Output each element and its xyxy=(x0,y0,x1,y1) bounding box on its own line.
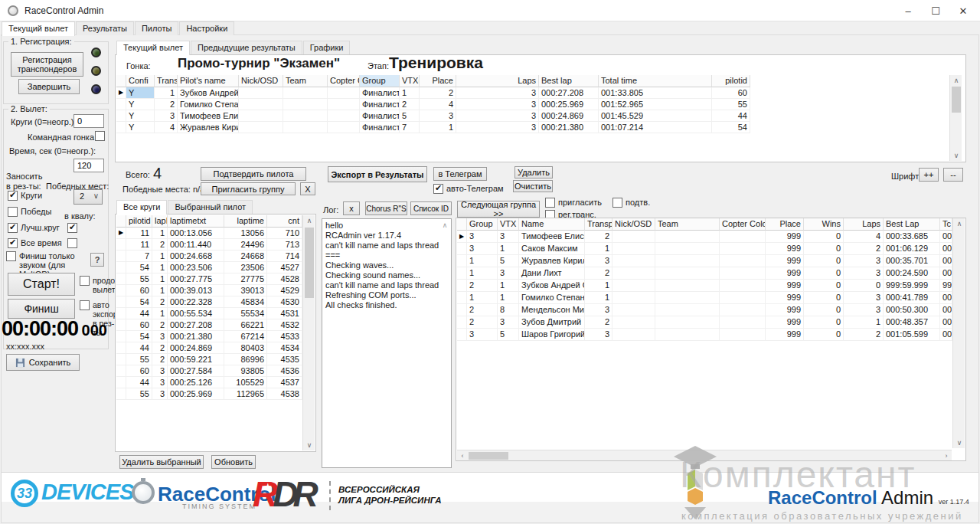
id-list-button[interactable]: Список ID xyxy=(410,201,452,215)
registration-legend: 1. Регистрация: xyxy=(8,37,74,46)
log-line: Checking sound names... xyxy=(325,270,448,280)
table-row[interactable]: ▶Y1Зубков Андрей QvizФиналисты123000:27.… xyxy=(116,87,750,99)
table-row[interactable]: 543000:21.380672144533 xyxy=(116,331,302,342)
table-row[interactable]: 112000:11.44024496713 xyxy=(116,239,302,251)
table-row[interactable]: 15Журавлев Кирилл399903000:35.70100 xyxy=(457,255,952,267)
table-row[interactable]: Y3Тимофеев ЕлисейФиналисты533000:24.8690… xyxy=(116,110,750,122)
led-indicator-2 xyxy=(91,66,101,76)
tab-results[interactable]: Результаты xyxy=(76,21,134,35)
tab-current-flight[interactable]: Текущий вылет xyxy=(2,21,75,36)
alltime-option-checkbox[interactable]: Все время xyxy=(8,238,62,248)
tab-settings[interactable]: Настройки xyxy=(179,21,234,35)
tab-all-laps[interactable]: Все круги xyxy=(116,200,167,215)
minimize-button[interactable]: – xyxy=(894,0,922,21)
delete-selected-button[interactable]: Удалить выбранный xyxy=(119,455,204,469)
tab-selected-pilot[interactable]: Выбранный пилот xyxy=(168,200,253,214)
close-button[interactable]: ✕ xyxy=(949,0,977,21)
clear-button[interactable]: Очистить xyxy=(513,180,553,192)
finish-registration-button[interactable]: Завершить xyxy=(18,79,80,94)
table-row[interactable]: 71000:24.66824668714 xyxy=(116,251,302,262)
export-results-button[interactable]: Экспорт в Результаты xyxy=(328,166,427,182)
save-button[interactable]: Сохранить xyxy=(6,354,80,371)
window-title: RaceControl Admin xyxy=(24,5,103,16)
font-decrease-button[interactable]: -- xyxy=(943,168,963,182)
bestlap-option-checkbox[interactable]: Лучш.круг xyxy=(8,223,60,233)
scroll-right-icon[interactable]: › xyxy=(941,450,952,461)
x-button[interactable]: X xyxy=(300,182,315,195)
auto-telegram-checkbox[interactable]: авто-Телеграм xyxy=(433,184,504,194)
totals-label: Всего: xyxy=(126,170,150,179)
pilots-table-scrollbar[interactable]: ∧ ∨ xyxy=(949,75,962,161)
invite-group-button[interactable]: Пригласить группу xyxy=(201,182,296,195)
scroll-down-icon[interactable]: ∨ xyxy=(303,440,315,450)
time-input[interactable] xyxy=(74,159,104,172)
register-transponders-button[interactable]: Регистрация транспондеров xyxy=(11,52,83,77)
table-row[interactable]: 603000:27.584938054536 xyxy=(116,365,302,377)
table-row[interactable]: 441000:55.534555344531 xyxy=(116,308,302,319)
table-row[interactable]: 23Зубов Дмитрий299901000:48.35700 xyxy=(457,316,952,329)
main-tab-strip: Текущий вылет Результаты Пилоты Настройк… xyxy=(2,21,235,36)
laps-table-scrollbar[interactable]: ∧ ∨ xyxy=(302,215,315,450)
telegram-button[interactable]: в Телеграм xyxy=(433,167,487,181)
tab-pilots[interactable]: Пилоты xyxy=(135,21,178,35)
record-results-label: Заносить в рез-ты: xyxy=(6,172,49,192)
help-button[interactable]: ? xyxy=(90,253,104,267)
laps-option-checkbox[interactable]: Круги xyxy=(8,191,42,201)
pilots-table[interactable]: ConfiTranspPilot's nameNick/OSDTeamCopte… xyxy=(116,75,750,133)
table-row[interactable]: 601000:39.013390134529 xyxy=(116,285,302,296)
scroll-down-icon[interactable]: ∨ xyxy=(950,150,962,161)
win-places-dropdown[interactable]: 2∨ xyxy=(74,189,103,205)
finish-button[interactable]: Финиш xyxy=(8,299,75,319)
table-row[interactable]: 31Саков Максим199902001:06.12900 xyxy=(457,243,952,255)
refresh-button[interactable]: Обновить xyxy=(211,455,256,469)
table-row[interactable]: 542000:22.328458344530 xyxy=(116,296,302,308)
stage-title: Тренировка xyxy=(389,54,483,72)
log-close-button[interactable]: x xyxy=(343,201,360,215)
scroll-up-icon[interactable]: ∧ xyxy=(303,215,315,226)
laps-input[interactable] xyxy=(74,114,104,128)
wins-option-checkbox[interactable]: Победы xyxy=(8,207,51,217)
log-output[interactable]: helloRCAdmin ver 1.17.4can't kill name a… xyxy=(322,218,452,468)
confirm-checkbox[interactable]: подтв. xyxy=(612,198,650,208)
inner-tab-current-flight[interactable]: Текущий вылет xyxy=(116,41,190,55)
kval-checkbox-2[interactable] xyxy=(67,238,80,248)
group-table-vscrollbar[interactable]: ∧ ∨ xyxy=(952,218,965,448)
log-line: Refreshing COM ports... xyxy=(325,290,448,300)
table-row[interactable]: 602000:27.208662214532 xyxy=(116,319,302,331)
kval-checkbox-1[interactable] xyxy=(67,223,80,233)
next-group-button[interactable]: Следующая группа >> xyxy=(457,201,540,218)
table-row[interactable]: 35Шаров Григорий399902001:05.59900 xyxy=(457,329,952,341)
table-row[interactable]: ▶111000:13.05613056710 xyxy=(116,228,302,239)
continue-flight-checkbox[interactable]: продолж. вылет xyxy=(80,276,112,294)
table-row[interactable]: ▶33Тимофеев Елисей299904000:33.68500 xyxy=(457,231,952,243)
table-row[interactable]: 443000:25.1261055294537 xyxy=(116,377,302,388)
table-row[interactable]: Y4Журавлев КириллФиналисты713000:21.3800… xyxy=(116,122,750,133)
group-table[interactable]: GroupVTXNameTransporNick/OSDTeamCopter C… xyxy=(457,218,952,341)
table-row[interactable]: Y2Гомилко СтепанФиналисты243000:25.96900… xyxy=(116,99,750,110)
inner-tab-prev-results[interactable]: Предыдущие результаты xyxy=(191,41,302,54)
table-row[interactable]: 28Мендельсон Михаил399903000:50.30000 xyxy=(457,304,952,316)
delete-button[interactable]: Удалить xyxy=(514,166,553,178)
maximize-button[interactable]: ☐ xyxy=(922,0,949,21)
table-row[interactable]: 541000:23.506235064527 xyxy=(116,262,302,273)
table-row[interactable]: 551000:27.775277754528 xyxy=(116,273,302,285)
log-scroll-up-icon[interactable]: ∧ xyxy=(439,220,451,231)
font-increase-button[interactable]: ++ xyxy=(919,168,939,182)
table-row[interactable]: 13Дани Лихт299903000:24.59000 xyxy=(457,267,952,280)
scroll-down-icon[interactable]: ∨ xyxy=(953,437,965,448)
start-button[interactable]: Старт! xyxy=(8,273,75,296)
chorus-button[interactable]: Chorus R"S xyxy=(365,201,407,215)
table-row[interactable]: 552000:59.221869964535 xyxy=(116,354,302,365)
confirm-pilot-button[interactable]: Подтвердить пилота xyxy=(201,167,306,181)
invite-checkbox[interactable]: пригласить xyxy=(545,198,602,208)
scroll-up-icon[interactable]: ∧ xyxy=(953,218,965,229)
laps-table[interactable]: pilotidlapNlaptimetxtlaptimecnt▶111000:1… xyxy=(116,215,302,400)
table-row[interactable]: 553000:25.9691129654538 xyxy=(116,388,302,400)
table-row[interactable]: 11Гомилко Степан199903000:41.78900 xyxy=(457,292,952,304)
inner-tab-charts[interactable]: Графики xyxy=(303,41,351,54)
team-race-checkbox[interactable] xyxy=(95,131,108,141)
table-row[interactable]: 21Зубков Андрей Qviz199900999:59.99999 xyxy=(457,280,952,292)
scroll-left-icon[interactable]: ‹ xyxy=(457,450,468,461)
scroll-up-icon[interactable]: ∧ xyxy=(950,75,962,86)
table-row[interactable]: 442000:24.869804034534 xyxy=(116,342,302,354)
